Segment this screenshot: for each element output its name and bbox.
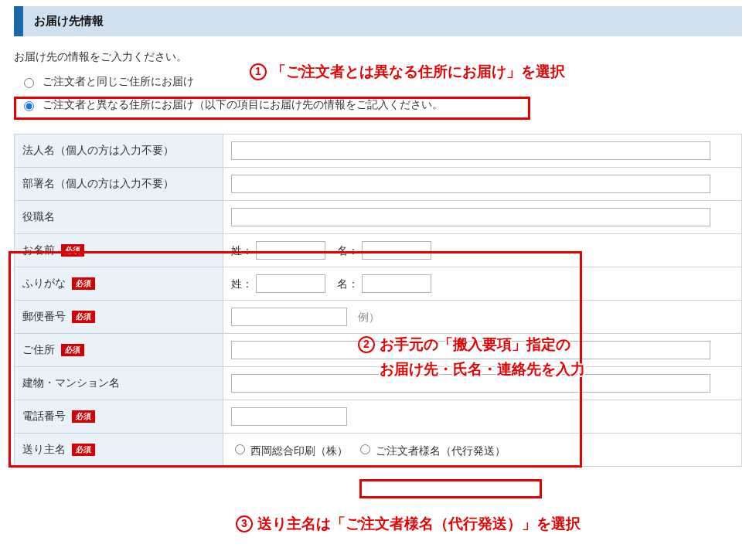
label-zip: 郵便番号 必須 bbox=[15, 301, 223, 334]
input-corp[interactable] bbox=[231, 141, 710, 160]
sender-option-customer-row[interactable]: ご注文者様名（代行発送） bbox=[356, 445, 506, 457]
highlight-box-3 bbox=[359, 479, 542, 498]
radio-different-address-row[interactable]: ご注文者と異なる住所にお届け（以下の項目にお届け先の情報をご記入ください。 bbox=[14, 94, 742, 117]
radio-sender-nishioka[interactable] bbox=[235, 444, 245, 454]
label-title: 役職名 bbox=[15, 201, 223, 234]
label-zip-text: 郵便番号 bbox=[22, 311, 66, 322]
required-badge: 必須 bbox=[72, 311, 95, 323]
radio-same-address-label: ご注文者と同じご住所にお届け bbox=[43, 75, 194, 89]
prefix-mei2: 名： bbox=[337, 278, 359, 290]
input-name-mei[interactable] bbox=[362, 241, 431, 260]
input-name-sei[interactable] bbox=[256, 241, 325, 260]
label-phone: 電話番号 必須 bbox=[15, 400, 223, 434]
cell-dept bbox=[223, 168, 742, 201]
cell-address bbox=[223, 334, 742, 367]
required-badge: 必須 bbox=[72, 444, 95, 456]
prefix-mei: 名： bbox=[337, 245, 359, 257]
input-building[interactable] bbox=[231, 374, 710, 393]
prefix-sei2: 姓： bbox=[231, 278, 253, 290]
input-kana-sei[interactable] bbox=[256, 274, 325, 293]
label-building: 建物・マンション名 bbox=[15, 367, 223, 400]
label-address-text: ご住所 bbox=[22, 344, 55, 355]
label-dept: 部署名（個人の方は入力不要） bbox=[15, 168, 223, 201]
intro-text-span: お届け先の情報をご入力ください。 bbox=[14, 50, 187, 63]
label-sender-text: 送り主名 bbox=[22, 444, 66, 455]
zip-example: 例） bbox=[358, 311, 380, 323]
required-badge: 必須 bbox=[61, 244, 84, 257]
cell-name: 姓： 名： bbox=[223, 234, 742, 267]
radio-different-address-label: ご注文者と異なる住所にお届け（以下の項目にお届け先の情報をご記入ください。 bbox=[43, 98, 443, 112]
input-address[interactable] bbox=[231, 341, 710, 359]
sender-option-nishioka-row[interactable]: 西岡総合印刷（株） bbox=[231, 445, 351, 457]
radio-same-address[interactable] bbox=[24, 78, 34, 88]
input-zip[interactable] bbox=[231, 308, 347, 326]
cell-kana: 姓： 名： bbox=[223, 267, 742, 301]
label-name-text: お名前 bbox=[22, 244, 55, 256]
input-title[interactable] bbox=[231, 208, 710, 226]
input-phone[interactable] bbox=[231, 407, 347, 426]
annotation-3: 3送り主名は「ご注文者様名（代行発送）」を選択 bbox=[236, 514, 581, 534]
label-name: お名前 必須 bbox=[15, 234, 223, 267]
cell-corp bbox=[223, 134, 742, 168]
required-badge: 必須 bbox=[72, 410, 95, 423]
label-sender: 送り主名 必須 bbox=[15, 434, 223, 467]
section-title: お届け先情報 bbox=[34, 14, 104, 27]
radio-sender-nishioka-label: 西岡総合印刷（株） bbox=[250, 445, 348, 457]
annotation-marker-3: 3 bbox=[236, 515, 253, 532]
label-kana-text: ふりがな bbox=[22, 277, 66, 289]
radio-same-address-row[interactable]: ご注文者と同じご住所にお届け bbox=[14, 70, 742, 94]
label-corp: 法人名（個人の方は入力不要） bbox=[15, 134, 223, 168]
label-kana: ふりがな 必須 bbox=[15, 267, 223, 301]
required-badge: 必須 bbox=[61, 344, 84, 356]
radio-sender-customer-label: ご注文者様名（代行発送） bbox=[376, 445, 506, 457]
required-badge: 必須 bbox=[72, 277, 95, 290]
cell-title bbox=[223, 201, 742, 234]
radio-different-address[interactable] bbox=[24, 101, 34, 111]
cell-zip: 例） bbox=[223, 301, 742, 334]
radio-sender-customer[interactable] bbox=[360, 444, 370, 454]
annotation-3-text: 送り主名は「ご注文者様名（代行発送）」を選択 bbox=[257, 515, 581, 532]
intro-text: お届け先の情報をご入力ください。 bbox=[14, 50, 742, 64]
section-header: お届け先情報 bbox=[14, 6, 742, 36]
cell-phone bbox=[223, 400, 742, 434]
input-kana-mei[interactable] bbox=[362, 274, 431, 293]
label-address: ご住所 必須 bbox=[15, 334, 223, 367]
prefix-sei: 姓： bbox=[231, 245, 253, 257]
cell-building bbox=[223, 367, 742, 400]
cell-sender: 西岡総合印刷（株） ご注文者様名（代行発送） bbox=[223, 434, 742, 467]
delivery-form-table: 法人名（個人の方は入力不要） 部署名（個人の方は入力不要） 役職名 お名前 必須… bbox=[14, 134, 742, 467]
input-dept[interactable] bbox=[231, 175, 710, 193]
label-phone-text: 電話番号 bbox=[22, 410, 66, 422]
